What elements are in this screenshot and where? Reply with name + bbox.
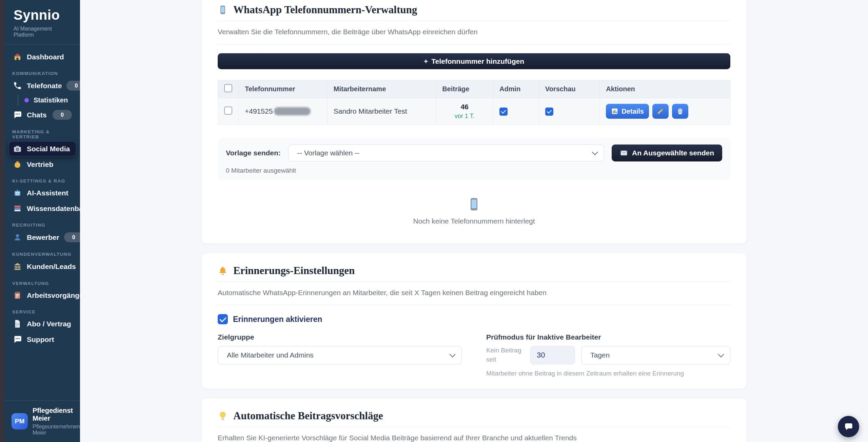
trash-icon [676,108,684,115]
sidebar-item-label: Telefonate [27,82,62,90]
template-send-row: Vorlage senden: -- Vorlage wählen -- An … [226,145,722,161]
send-to-selected-label: An Ausgewählte senden [632,149,714,157]
zielgruppe-label: Zielgruppe [218,333,462,341]
chat-icon [13,110,22,119]
details-button[interactable]: Details [606,104,649,119]
whatsapp-card-title-row: WhatsApp Telefonnummern-Verwaltung [218,4,730,16]
nav-section-label: VERWALTUNG [12,281,73,286]
nav-sub-group: Statistiken [18,94,76,106]
sidebar-item-kunden-leads[interactable]: Kunden/Leads0 [9,259,76,274]
days-input[interactable] [530,346,575,364]
camera-icon [13,144,22,153]
column-header: Beiträge [436,80,493,98]
nav-section-label: KOMMUNIKATION [12,71,73,76]
details-label: Details [622,108,644,115]
suggestions-title: Automatische Beitragsvorschläge [233,410,383,422]
user-info: Pflegedienst Meier Pflegeunternehmen Mei… [33,407,80,436]
document-icon [13,319,22,328]
column-header: Aktionen [600,80,730,98]
column-header: Mitarbeitername [327,80,436,98]
mail-icon [620,149,628,157]
sidebar-item-label: Bewerber [27,233,59,242]
pruefmodus-row: Kein Beitrag seit Tagen [486,346,730,364]
app-window: Synnio AI Management Platform DashboardK… [0,0,868,442]
add-phone-number-label: Telefonnummer hinzufügen [431,57,524,65]
sidebar-item-ai-assistent[interactable]: AI-Assistent [9,186,76,200]
template-label: Vorlage senden: [226,149,281,157]
person-icon [13,233,22,242]
unit-select[interactable]: Tagen [581,346,730,364]
select-all-checkbox[interactable] [224,84,232,92]
chat-fab-button[interactable] [838,416,859,437]
whatsapp-card: WhatsApp Telefonnummern-Verwaltung Verwa… [201,0,747,244]
sidebar-item-abo-vertrag[interactable]: Abo / Vertrag [9,316,76,331]
sidebar-item-dashboard[interactable]: Dashboard [9,50,76,64]
pencil-icon [657,108,664,115]
empty-state-text: Noch keine Telefonnummern hinterlegt [218,217,730,225]
app-tagline: AI Management Platform [14,26,71,38]
delete-button[interactable] [672,104,688,119]
divider [218,44,730,44]
clipboard-icon [13,291,22,300]
sidebar-item-arbeitsvorgänge[interactable]: Arbeitsvorgänge [9,288,76,303]
actions-cell: Details [600,98,730,125]
divider [218,427,730,427]
chat-icon [13,335,22,344]
user-panel[interactable]: PM Pflegedienst Meier Pflegeunternehmen … [5,400,80,442]
admin-cell [493,98,539,125]
content-column: WhatsApp Telefonnummern-Verwaltung Verwa… [201,0,747,442]
sidebar-item-label: Support [27,335,54,344]
pruefmodus-field: Prüfmodus für Inaktive Bearbeiter Kein B… [486,333,730,377]
window-edge [0,0,5,442]
edit-button[interactable] [652,104,669,119]
chevron-down-icon [718,351,724,357]
reminders-enable-checkbox[interactable] [218,314,228,324]
row-actions: Details [606,104,724,119]
smartphone-icon [467,197,481,212]
sidebar-item-statistiken[interactable]: Statistiken [21,94,76,106]
redacted-number [274,107,311,115]
zielgruppe-select-value: Alle Mitarbeiter und Admins [227,351,314,359]
unit-select-value: Tagen [590,351,610,359]
column-header: Telefonnummer [239,80,328,98]
zielgruppe-field: Zielgruppe Alle Mitarbeiter und Admins [218,333,462,364]
sidebar-item-bewerber[interactable]: Bewerber0 [9,230,76,245]
last-post-ago: vor 1 T. [442,113,487,120]
row-checkbox[interactable] [224,107,232,115]
phone-icon [13,81,22,90]
sidebar-item-label: Chats [27,111,46,119]
admin-checkbox[interactable] [499,108,508,116]
sidebar: Synnio AI Management Platform DashboardK… [5,0,80,442]
suggestions-card-title-row: Automatische Beitragsvorschläge [218,410,730,422]
template-select[interactable]: -- Vorlage wählen -- [288,145,604,161]
reminders-card-title-row: Erinnerungs-Einstellungen [218,265,730,277]
divider [218,21,730,21]
posts-count: 46 [442,103,487,111]
sidebar-item-vertrieb[interactable]: Vertrieb [9,157,76,172]
zielgruppe-select[interactable]: Alle Mitarbeiter und Admins [218,346,462,364]
sidebar-item-chats[interactable]: Chats0 [9,107,76,122]
selected-count: 0 Mitarbeiter ausgewählt [226,167,722,174]
sidebar-item-support[interactable]: Support [9,332,76,347]
books-icon [13,204,22,213]
moneybag-icon [13,160,22,169]
sidebar-item-label: Vertrieb [27,160,53,169]
reminders-enable-row: Erinnerungen aktivieren [218,314,730,324]
sidebar-item-label: Statistiken [34,96,68,104]
robot-icon [13,188,22,197]
sidebar-item-label: Wissensdatenbank [27,205,80,213]
add-phone-number-button[interactable]: + Telefonnummer hinzufügen [218,53,730,69]
sidebar-item-label: Dashboard [27,53,64,61]
table-header-row: TelefonnummerMitarbeiternameBeiträgeAdmi… [218,80,730,98]
suggestions-subtitle: Erhalten Sie KI-generierte Vorschläge fü… [218,434,730,442]
kein-beitrag-label: Kein Beitrag seit [486,346,524,364]
vorschau-checkbox[interactable] [545,108,553,116]
user-name: Pflegedienst Meier [33,407,80,422]
phone-number: +491525 [245,107,273,115]
sidebar-item-telefonate[interactable]: Telefonate0 [9,78,76,93]
app-logo: Synnio [14,7,71,23]
sidebar-item-wissensdatenbank[interactable]: Wissensdatenbank [9,201,76,216]
empty-state: Noch keine Telefonnummern hinterlegt [218,180,730,232]
send-to-selected-button[interactable]: An Ausgewählte senden [612,145,722,161]
sidebar-item-social-media[interactable]: Social Media [9,141,76,156]
